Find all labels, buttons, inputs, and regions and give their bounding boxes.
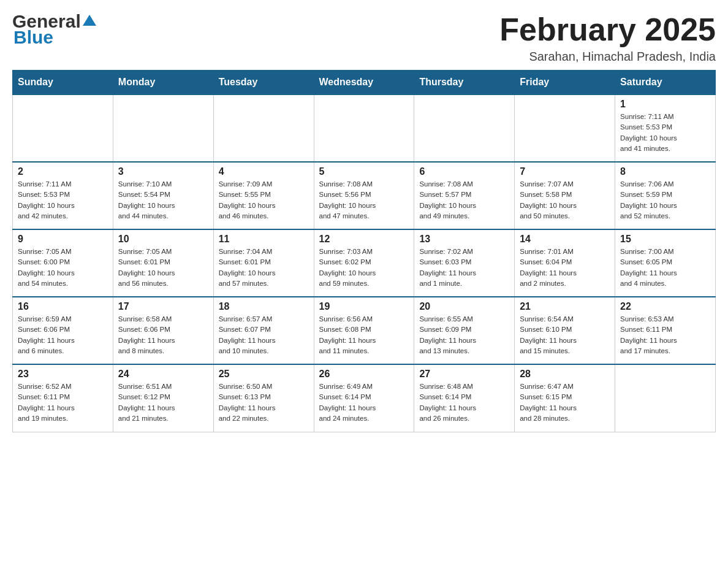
- day-info: Sunrise: 7:00 AM Sunset: 6:05 PM Dayligh…: [620, 247, 710, 289]
- day-info: Sunrise: 7:08 AM Sunset: 5:56 PM Dayligh…: [319, 179, 409, 221]
- svg-marker-0: [83, 15, 96, 26]
- day-info: Sunrise: 6:48 AM Sunset: 6:14 PM Dayligh…: [419, 381, 509, 424]
- day-number: 13: [419, 234, 509, 245]
- table-row: 17Sunrise: 6:58 AM Sunset: 6:06 PM Dayli…: [113, 297, 213, 364]
- day-number: 17: [118, 301, 208, 312]
- table-row: 21Sunrise: 6:54 AM Sunset: 6:10 PM Dayli…: [515, 297, 615, 364]
- day-info: Sunrise: 7:03 AM Sunset: 6:02 PM Dayligh…: [319, 247, 409, 289]
- day-info: Sunrise: 7:04 AM Sunset: 6:01 PM Dayligh…: [219, 247, 309, 289]
- col-monday: Monday: [113, 71, 213, 95]
- table-row: 16Sunrise: 6:59 AM Sunset: 6:06 PM Dayli…: [13, 297, 113, 364]
- table-row: 4Sunrise: 7:09 AM Sunset: 5:55 PM Daylig…: [213, 162, 314, 229]
- table-row: 24Sunrise: 6:51 AM Sunset: 6:12 PM Dayli…: [113, 364, 213, 432]
- table-row: [113, 94, 213, 162]
- table-row: 28Sunrise: 6:47 AM Sunset: 6:15 PM Dayli…: [515, 364, 615, 432]
- day-info: Sunrise: 6:51 AM Sunset: 6:12 PM Dayligh…: [118, 381, 208, 424]
- subtitle: Sarahan, Himachal Pradesh, India: [499, 50, 716, 64]
- logo-triangle-icon: [83, 15, 96, 29]
- day-number: 5: [319, 166, 409, 177]
- day-info: Sunrise: 7:08 AM Sunset: 5:57 PM Dayligh…: [419, 179, 509, 221]
- table-row: 27Sunrise: 6:48 AM Sunset: 6:14 PM Dayli…: [414, 364, 515, 432]
- day-info: Sunrise: 6:52 AM Sunset: 6:11 PM Dayligh…: [18, 381, 108, 424]
- day-number: 14: [520, 234, 610, 245]
- day-number: 10: [118, 234, 208, 245]
- table-row: 7Sunrise: 7:07 AM Sunset: 5:58 PM Daylig…: [515, 162, 615, 229]
- calendar-week-row: 1Sunrise: 7:11 AM Sunset: 5:53 PM Daylig…: [13, 94, 716, 162]
- day-number: 21: [520, 301, 610, 312]
- day-number: 23: [18, 369, 108, 380]
- table-row: 25Sunrise: 6:50 AM Sunset: 6:13 PM Dayli…: [213, 364, 314, 432]
- table-row: [515, 94, 615, 162]
- day-info: Sunrise: 6:49 AM Sunset: 6:14 PM Dayligh…: [319, 381, 409, 424]
- day-number: 27: [419, 369, 509, 380]
- day-info: Sunrise: 7:10 AM Sunset: 5:54 PM Dayligh…: [118, 179, 208, 221]
- day-info: Sunrise: 7:01 AM Sunset: 6:04 PM Dayligh…: [520, 247, 610, 289]
- col-friday: Friday: [515, 71, 615, 95]
- day-info: Sunrise: 6:53 AM Sunset: 6:11 PM Dayligh…: [620, 314, 710, 356]
- day-number: 24: [118, 369, 208, 380]
- table-row: 13Sunrise: 7:02 AM Sunset: 6:03 PM Dayli…: [414, 229, 515, 297]
- col-sunday: Sunday: [13, 71, 113, 95]
- day-number: 7: [520, 166, 610, 177]
- col-wednesday: Wednesday: [314, 71, 414, 95]
- table-row: 11Sunrise: 7:04 AM Sunset: 6:01 PM Dayli…: [213, 229, 314, 297]
- day-info: Sunrise: 7:02 AM Sunset: 6:03 PM Dayligh…: [419, 247, 509, 289]
- table-row: [615, 364, 716, 432]
- table-row: 10Sunrise: 7:05 AM Sunset: 6:01 PM Dayli…: [113, 229, 213, 297]
- day-number: 4: [219, 166, 309, 177]
- table-row: 8Sunrise: 7:06 AM Sunset: 5:59 PM Daylig…: [615, 162, 716, 229]
- table-row: 20Sunrise: 6:55 AM Sunset: 6:09 PM Dayli…: [414, 297, 515, 364]
- day-number: 1: [620, 99, 710, 110]
- day-info: Sunrise: 6:56 AM Sunset: 6:08 PM Dayligh…: [319, 314, 409, 356]
- table-row: 9Sunrise: 7:05 AM Sunset: 6:00 PM Daylig…: [13, 229, 113, 297]
- day-number: 19: [319, 301, 409, 312]
- table-row: 6Sunrise: 7:08 AM Sunset: 5:57 PM Daylig…: [414, 162, 515, 229]
- table-row: 22Sunrise: 6:53 AM Sunset: 6:11 PM Dayli…: [615, 297, 716, 364]
- day-info: Sunrise: 7:11 AM Sunset: 5:53 PM Dayligh…: [620, 112, 710, 154]
- day-info: Sunrise: 7:07 AM Sunset: 5:58 PM Dayligh…: [520, 179, 610, 221]
- calendar-week-row: 2Sunrise: 7:11 AM Sunset: 5:53 PM Daylig…: [13, 162, 716, 229]
- day-number: 22: [620, 301, 710, 312]
- day-info: Sunrise: 6:47 AM Sunset: 6:15 PM Dayligh…: [520, 381, 610, 424]
- day-info: Sunrise: 6:57 AM Sunset: 6:07 PM Dayligh…: [219, 314, 309, 356]
- table-row: [314, 94, 414, 162]
- col-thursday: Thursday: [414, 71, 515, 95]
- day-info: Sunrise: 7:05 AM Sunset: 6:01 PM Dayligh…: [118, 247, 208, 289]
- day-info: Sunrise: 6:58 AM Sunset: 6:06 PM Dayligh…: [118, 314, 208, 356]
- day-number: 25: [219, 369, 309, 380]
- main-title: February 2025: [499, 12, 716, 47]
- day-number: 8: [620, 166, 710, 177]
- day-number: 3: [118, 166, 208, 177]
- day-number: 20: [419, 301, 509, 312]
- day-number: 26: [319, 369, 409, 380]
- day-info: Sunrise: 7:05 AM Sunset: 6:00 PM Dayligh…: [18, 247, 108, 289]
- table-row: 3Sunrise: 7:10 AM Sunset: 5:54 PM Daylig…: [113, 162, 213, 229]
- table-row: 14Sunrise: 7:01 AM Sunset: 6:04 PM Dayli…: [515, 229, 615, 297]
- logo: General Blue: [12, 12, 96, 47]
- day-number: 6: [419, 166, 509, 177]
- calendar-week-row: 16Sunrise: 6:59 AM Sunset: 6:06 PM Dayli…: [13, 297, 716, 364]
- calendar-week-row: 23Sunrise: 6:52 AM Sunset: 6:11 PM Dayli…: [13, 364, 716, 432]
- table-row: 12Sunrise: 7:03 AM Sunset: 6:02 PM Dayli…: [314, 229, 414, 297]
- table-row: [213, 94, 314, 162]
- day-number: 11: [219, 234, 309, 245]
- table-row: 5Sunrise: 7:08 AM Sunset: 5:56 PM Daylig…: [314, 162, 414, 229]
- day-info: Sunrise: 7:09 AM Sunset: 5:55 PM Dayligh…: [219, 179, 309, 221]
- day-number: 28: [520, 369, 610, 380]
- day-number: 15: [620, 234, 710, 245]
- table-row: 19Sunrise: 6:56 AM Sunset: 6:08 PM Dayli…: [314, 297, 414, 364]
- day-info: Sunrise: 7:11 AM Sunset: 5:53 PM Dayligh…: [18, 179, 108, 221]
- calendar-table: Sunday Monday Tuesday Wednesday Thursday…: [12, 70, 716, 432]
- col-saturday: Saturday: [615, 71, 716, 95]
- calendar-header-row: Sunday Monday Tuesday Wednesday Thursday…: [13, 71, 716, 95]
- table-row: 1Sunrise: 7:11 AM Sunset: 5:53 PM Daylig…: [615, 94, 716, 162]
- day-number: 16: [18, 301, 108, 312]
- table-row: 15Sunrise: 7:00 AM Sunset: 6:05 PM Dayli…: [615, 229, 716, 297]
- title-section: February 2025 Sarahan, Himachal Pradesh,…: [499, 12, 716, 64]
- table-row: [13, 94, 113, 162]
- day-number: 9: [18, 234, 108, 245]
- day-number: 12: [319, 234, 409, 245]
- day-info: Sunrise: 7:06 AM Sunset: 5:59 PM Dayligh…: [620, 179, 710, 221]
- table-row: 18Sunrise: 6:57 AM Sunset: 6:07 PM Dayli…: [213, 297, 314, 364]
- page-header: General Blue February 2025 Sarahan, Hima…: [12, 12, 716, 64]
